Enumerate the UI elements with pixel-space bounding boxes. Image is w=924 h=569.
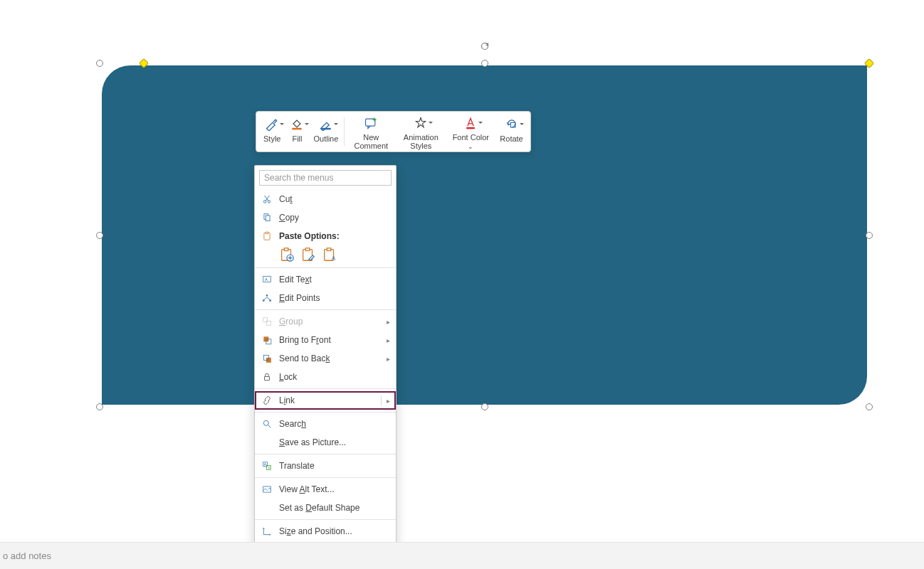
menu-edit-points[interactable]: Edit Points <box>255 289 396 307</box>
resize-handle-top-left[interactable] <box>96 60 103 67</box>
menu-group-label: Group <box>279 317 387 326</box>
chevron-right-icon: ▸ <box>387 397 390 405</box>
animation-styles-label: Animation Styles <box>400 133 441 150</box>
blank-icon <box>261 436 273 449</box>
menu-translate[interactable]: A文 Translate <box>255 457 396 475</box>
search-icon <box>261 418 273 430</box>
edit-text-icon: A <box>261 273 273 286</box>
svg-rect-11 <box>266 232 268 233</box>
menu-cut-label: Cut <box>279 194 390 204</box>
edit-points-icon <box>261 292 273 304</box>
menu-bring-to-front-label: Bring to Front <box>279 335 387 345</box>
chevron-right-icon: ▸ <box>387 336 390 344</box>
menu-cut[interactable]: Cut <box>255 190 396 208</box>
svg-text:A: A <box>332 255 336 262</box>
font-color-button[interactable]: Font Color ⌄ <box>446 113 495 150</box>
svg-rect-2 <box>321 128 330 130</box>
resize-handle-bottom-left[interactable] <box>96 403 103 410</box>
paste-keep-source-icon[interactable] <box>300 247 316 262</box>
menu-save-as-picture[interactable]: Save as Picture... <box>255 433 396 452</box>
fill-label: Fill <box>292 134 302 143</box>
bring-to-front-icon <box>261 334 273 346</box>
menu-lock[interactable]: Lock <box>255 368 396 386</box>
menu-search-label: Search <box>279 419 390 429</box>
mini-toolbar: Style Fill Outline New Comment Animatio <box>256 111 531 152</box>
font-color-icon <box>463 116 478 130</box>
menu-separator <box>255 309 396 310</box>
menu-send-to-back[interactable]: Send to Back ▸ <box>255 349 396 368</box>
cut-icon <box>261 193 273 206</box>
svg-text:文: 文 <box>268 466 271 469</box>
new-comment-label: New Comment <box>350 133 392 150</box>
menu-send-to-back-label: Send to Back <box>279 353 387 363</box>
menu-edit-text[interactable]: A Edit Text <box>255 270 396 289</box>
menu-size-position-label: Size and Position... <box>279 526 390 536</box>
menu-separator <box>255 388 396 389</box>
menu-edit-text-label: Edit Text <box>279 275 390 284</box>
svg-rect-23 <box>270 299 271 301</box>
outline-button[interactable]: Outline <box>309 113 342 150</box>
menu-search-wrap <box>259 170 392 186</box>
paste-picture-icon[interactable]: A <box>322 247 337 262</box>
menu-separator <box>255 454 396 454</box>
group-icon <box>261 315 273 328</box>
new-comment-button[interactable]: New Comment <box>346 113 396 150</box>
menu-edit-points-label: Edit Points <box>279 293 390 303</box>
resize-handle-bottom-mid[interactable] <box>481 403 488 410</box>
menu-separator <box>255 412 396 413</box>
style-label: Style <box>263 134 280 143</box>
send-to-back-icon <box>261 352 273 365</box>
size-position-icon <box>261 525 273 538</box>
rotate-handle[interactable] <box>478 40 491 53</box>
menu-copy[interactable]: Copy <box>255 208 396 227</box>
menu-size-position[interactable]: Size and Position... <box>255 522 396 541</box>
menu-set-default-shape[interactable]: Set as Default Shape <box>255 499 396 517</box>
menu-search[interactable]: Search <box>255 415 396 433</box>
rotate-icon <box>504 116 520 132</box>
resize-handle-mid-right[interactable] <box>866 232 873 239</box>
svg-rect-24 <box>266 294 268 296</box>
menu-search-input[interactable] <box>259 170 392 186</box>
rotate-button[interactable]: Rotate <box>495 113 527 150</box>
svg-rect-3 <box>366 119 375 126</box>
resize-handle-mid-left[interactable] <box>96 232 103 239</box>
menu-link[interactable]: Link ▸ <box>255 391 396 410</box>
menu-bring-to-front[interactable]: Bring to Front ▸ <box>255 331 396 349</box>
outline-label: Outline <box>313 134 338 143</box>
menu-paste-options-label: Paste Options: <box>279 231 390 241</box>
svg-rect-31 <box>265 376 270 380</box>
paste-use-dest-theme-icon[interactable] <box>279 247 295 262</box>
svg-rect-16 <box>305 248 310 251</box>
menu-set-default-shape-label: Set as Default Shape <box>279 503 390 513</box>
resize-handle-bottom-right[interactable] <box>866 403 873 410</box>
menu-separator <box>255 519 396 520</box>
menu-separator <box>255 267 396 268</box>
svg-rect-9 <box>266 216 270 221</box>
slide-canvas[interactable]: Style Fill Outline New Comment Animatio <box>0 0 924 569</box>
animation-styles-button[interactable]: Animation Styles <box>396 113 446 150</box>
paste-icon <box>261 230 273 243</box>
context-menu: Cut Copy Paste Options: A <box>254 165 397 569</box>
svg-rect-4 <box>466 127 475 129</box>
fill-button[interactable]: Fill <box>285 113 309 150</box>
translate-icon: A文 <box>261 459 273 472</box>
notes-placeholder: o add notes <box>3 551 51 561</box>
font-color-label: Font Color ⌄ <box>450 133 491 151</box>
blank-icon <box>261 501 273 514</box>
toolbar-separator <box>344 117 345 146</box>
notes-bar[interactable]: o add notes <box>0 542 924 569</box>
link-icon <box>261 394 273 407</box>
svg-rect-18 <box>327 248 331 251</box>
menu-view-alt-text[interactable]: View Alt Text... <box>255 480 396 499</box>
new-comment-icon <box>363 116 379 130</box>
menu-view-alt-text-label: View Alt Text... <box>279 484 390 494</box>
svg-text:A: A <box>264 462 266 466</box>
fill-icon <box>289 116 305 132</box>
alt-text-icon <box>261 483 273 496</box>
menu-link-label: Link <box>279 395 387 405</box>
lock-icon <box>261 371 273 383</box>
resize-handle-top-mid[interactable] <box>481 60 488 67</box>
menu-translate-label: Translate <box>279 461 390 471</box>
svg-rect-13 <box>284 248 288 251</box>
style-button[interactable]: Style <box>259 113 285 150</box>
